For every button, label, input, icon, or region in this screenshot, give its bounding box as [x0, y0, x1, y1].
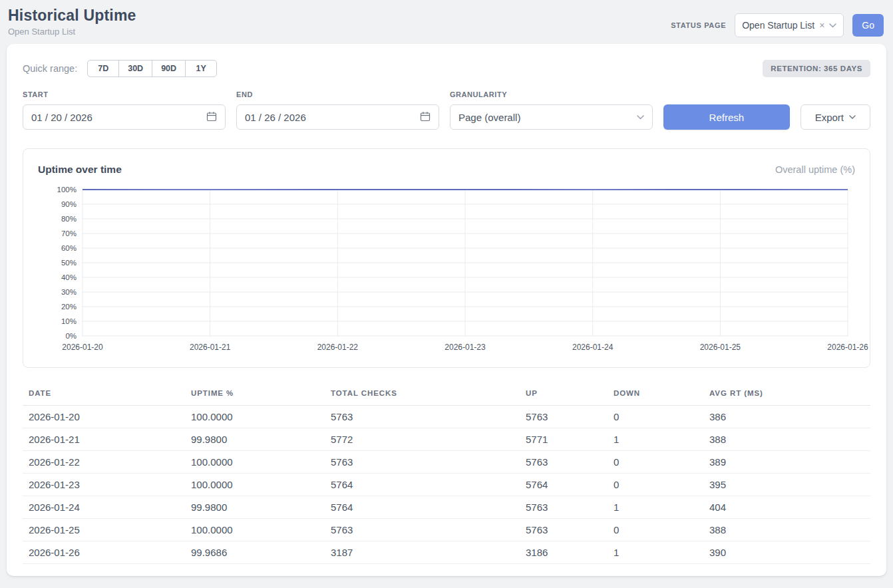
- table-cell: 404: [703, 496, 870, 519]
- page-header-right: STATUS PAGE Open Startup List × Go: [671, 13, 884, 37]
- table-cell: 0: [608, 474, 703, 496]
- page-header: Historical Uptime Open Startup List STAT…: [0, 0, 893, 43]
- end-date-field: END 01 / 26 / 2026: [236, 90, 439, 130]
- table-row: 2026-01-2699.9686318731861390: [23, 541, 870, 564]
- column-header: DATE: [23, 384, 185, 406]
- table-cell: 3186: [520, 541, 608, 564]
- table-row: 2026-01-23100.0000576457640395: [23, 474, 870, 496]
- main-card: Quick range: 7D30D90D1Y RETENTION: 365 D…: [7, 44, 886, 576]
- table-header-row: DATEUPTIME %TOTAL CHECKSUPDOWNAVG RT (MS…: [23, 384, 870, 406]
- table-cell: 5763: [520, 496, 608, 519]
- column-header: UP: [520, 384, 608, 406]
- end-date-input[interactable]: 01 / 26 / 2026: [236, 104, 439, 130]
- granularity-label: GRANULARITY: [450, 90, 653, 98]
- page-header-left: Historical Uptime Open Startup List: [8, 7, 136, 37]
- table-cell: 5763: [520, 519, 608, 541]
- status-page-select[interactable]: Open Startup List ×: [735, 13, 844, 37]
- column-header: TOTAL CHECKS: [325, 384, 520, 406]
- chart-title: Uptime over time: [38, 164, 122, 176]
- x-axis-tick: 2026-01-22: [317, 343, 358, 352]
- y-axis-tick: 80%: [39, 215, 77, 223]
- quick-range-30d-button[interactable]: 30D: [118, 60, 152, 77]
- table-cell: 388: [703, 519, 870, 541]
- start-date-field: START 01 / 20 / 2026: [23, 90, 226, 130]
- end-date-label: END: [236, 90, 439, 98]
- x-axis-tick: 2026-01-25: [700, 343, 741, 352]
- page-subtitle: Open Startup List: [8, 27, 136, 37]
- table-cell: 5763: [325, 519, 520, 541]
- x-axis-tick: 2026-01-26: [827, 343, 868, 352]
- table-cell: 386: [703, 406, 870, 428]
- chevron-down-icon: [829, 23, 836, 28]
- quick-range-90d-button[interactable]: 90D: [152, 60, 186, 77]
- quick-range-left: Quick range: 7D30D90D1Y: [23, 60, 217, 77]
- table-cell: 99.9686: [185, 541, 325, 564]
- end-date-value: 01 / 26 / 2026: [245, 112, 306, 123]
- uptime-chart-card: Uptime over time Overall uptime (%) 0%10…: [23, 148, 870, 368]
- x-axis-tick: 2026-01-20: [62, 343, 102, 352]
- granularity-field: GRANULARITY Page (overall): [450, 90, 653, 130]
- column-header: UPTIME %: [185, 384, 325, 406]
- quick-range-row: Quick range: 7D30D90D1Y RETENTION: 365 D…: [23, 60, 870, 77]
- table-cell: 5764: [325, 496, 520, 519]
- table-cell: 2026-01-23: [23, 474, 185, 496]
- clear-selection-icon[interactable]: ×: [819, 21, 824, 30]
- table-cell: 0: [608, 451, 703, 474]
- table-cell: 2026-01-24: [23, 496, 185, 519]
- table-cell: 5772: [325, 428, 520, 451]
- table-cell: 389: [703, 451, 870, 474]
- chart-svg: [82, 189, 848, 337]
- y-axis-tick: 10%: [39, 317, 77, 325]
- calendar-icon[interactable]: [206, 111, 217, 124]
- granularity-selected-value: Page (overall): [458, 112, 520, 123]
- table-cell: 2026-01-25: [23, 519, 185, 541]
- status-page-selected-value: Open Startup List: [742, 20, 814, 31]
- quick-range-1y-button[interactable]: 1Y: [185, 60, 217, 77]
- table-cell: 0: [608, 406, 703, 428]
- table-cell: 2026-01-21: [23, 428, 185, 451]
- chart-header: Uptime over time Overall uptime (%): [38, 164, 855, 176]
- chart-legend-label: Overall uptime (%): [775, 164, 855, 175]
- status-page-label: STATUS PAGE: [671, 21, 726, 29]
- calendar-icon[interactable]: [420, 111, 431, 124]
- table-cell: 5763: [325, 406, 520, 428]
- y-axis-tick: 20%: [39, 303, 77, 311]
- table-cell: 5763: [325, 451, 520, 474]
- table-cell: 99.9800: [185, 496, 325, 519]
- table-row: 2026-01-22100.0000576357630389: [23, 451, 870, 474]
- go-button[interactable]: Go: [852, 14, 884, 37]
- x-axis-tick: 2026-01-24: [572, 343, 613, 352]
- start-date-input[interactable]: 01 / 20 / 2026: [23, 104, 226, 130]
- export-button[interactable]: Export: [801, 104, 870, 130]
- table-cell: 100.0000: [185, 451, 325, 474]
- x-axis-tick: 2026-01-23: [445, 343, 485, 352]
- quick-range-7d-button[interactable]: 7D: [87, 60, 119, 77]
- table-cell: 0: [608, 519, 703, 541]
- x-axis-tick: 2026-01-21: [190, 343, 230, 352]
- table-cell: 2026-01-22: [23, 451, 185, 474]
- table-cell: 100.0000: [185, 519, 325, 541]
- table-cell: 100.0000: [185, 406, 325, 428]
- table-cell: 390: [703, 541, 870, 564]
- table-row: 2026-01-20100.0000576357630386: [23, 406, 870, 428]
- table-cell: 5771: [520, 428, 608, 451]
- table-header: DATEUPTIME %TOTAL CHECKSUPDOWNAVG RT (MS…: [23, 384, 870, 406]
- table-cell: 5763: [520, 451, 608, 474]
- granularity-select[interactable]: Page (overall): [450, 104, 653, 130]
- table-cell: 5763: [520, 406, 608, 428]
- refresh-button[interactable]: Refresh: [663, 104, 790, 130]
- uptime-table: DATEUPTIME %TOTAL CHECKSUPDOWNAVG RT (MS…: [23, 384, 870, 564]
- y-axis-tick: 0%: [39, 332, 77, 340]
- y-axis-tick: 30%: [39, 288, 77, 296]
- quick-range-label: Quick range:: [23, 63, 77, 74]
- table-cell: 1: [608, 428, 703, 451]
- table-cell: 99.9800: [185, 428, 325, 451]
- table-cell: 388: [703, 428, 870, 451]
- y-axis-tick: 40%: [39, 273, 77, 281]
- table-row: 2026-01-25100.0000576357630388: [23, 519, 870, 541]
- table-cell: 5764: [325, 474, 520, 496]
- page-title: Historical Uptime: [8, 7, 136, 25]
- filters-row: START 01 / 20 / 2026 END 01 / 26 / 2026 …: [23, 90, 870, 130]
- table-cell: 395: [703, 474, 870, 496]
- start-date-value: 01 / 20 / 2026: [31, 112, 92, 123]
